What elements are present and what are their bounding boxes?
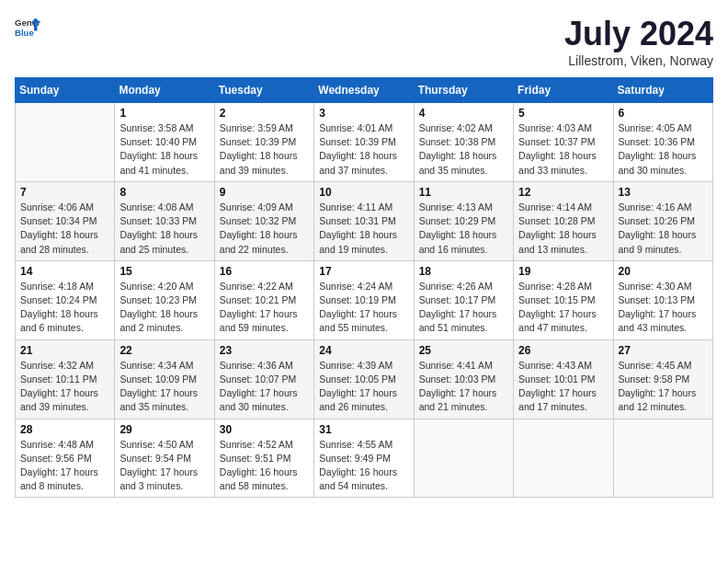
day-number: 12 (518, 186, 608, 199)
day-number: 1 (119, 107, 209, 120)
day-number: 5 (518, 107, 608, 120)
calendar-cell: 14Sunrise: 4:18 AMSunset: 10:24 PMDaylig… (16, 260, 115, 339)
calendar-cell: 15Sunrise: 4:20 AMSunset: 10:23 PMDaylig… (115, 260, 214, 339)
day-number: 20 (619, 265, 708, 278)
day-info: Sunrise: 4:34 AMSunset: 10:09 PMDaylight… (119, 359, 209, 415)
day-number: 26 (518, 344, 608, 357)
location-title: Lillestrom, Viken, Norway (564, 53, 713, 68)
day-number: 8 (119, 186, 209, 199)
day-info: Sunrise: 3:58 AMSunset: 10:40 PMDaylight… (119, 121, 209, 178)
day-info: Sunrise: 4:32 AMSunset: 10:11 PMDaylight… (20, 359, 109, 415)
day-info: Sunrise: 4:16 AMSunset: 10:26 PMDaylight… (619, 201, 708, 257)
day-number: 13 (619, 186, 708, 199)
day-number: 31 (319, 423, 408, 436)
calendar-cell: 21Sunrise: 4:32 AMSunset: 10:11 PMDaylig… (16, 339, 115, 419)
day-number: 29 (119, 423, 209, 436)
weekday-header-sunday: Sunday (16, 78, 115, 103)
calendar-cell: 31Sunrise: 4:55 AMSunset: 9:49 PMDayligh… (314, 419, 414, 498)
day-info: Sunrise: 4:28 AMSunset: 10:15 PMDaylight… (518, 280, 608, 336)
calendar-cell: 9Sunrise: 4:09 AMSunset: 10:32 PMDayligh… (214, 181, 313, 260)
day-info: Sunrise: 4:18 AMSunset: 10:24 PMDaylight… (20, 280, 109, 336)
day-info: Sunrise: 4:13 AMSunset: 10:29 PMDaylight… (419, 201, 508, 257)
calendar-cell: 16Sunrise: 4:22 AMSunset: 10:21 PMDaylig… (214, 260, 313, 339)
calendar-cell: 4Sunrise: 4:02 AMSunset: 10:38 PMDayligh… (414, 103, 513, 182)
day-info: Sunrise: 4:06 AMSunset: 10:34 PMDaylight… (20, 201, 109, 257)
day-number: 14 (20, 265, 109, 278)
calendar-cell: 2Sunrise: 3:59 AMSunset: 10:39 PMDayligh… (214, 103, 313, 182)
day-info: Sunrise: 4:45 AMSunset: 9:58 PMDaylight:… (619, 359, 708, 415)
day-number: 28 (20, 423, 109, 436)
logo: General Blue (15, 15, 40, 40)
day-info: Sunrise: 4:05 AMSunset: 10:36 PMDaylight… (619, 121, 708, 178)
calendar-cell: 19Sunrise: 4:28 AMSunset: 10:15 PMDaylig… (514, 260, 613, 339)
weekday-header-friday: Friday (514, 78, 613, 103)
weekday-header-monday: Monday (115, 78, 214, 103)
calendar-cell: 5Sunrise: 4:03 AMSunset: 10:37 PMDayligh… (514, 103, 613, 182)
day-number: 3 (319, 107, 408, 120)
calendar-cell: 26Sunrise: 4:43 AMSunset: 10:01 PMDaylig… (514, 339, 613, 419)
day-info: Sunrise: 4:48 AMSunset: 9:56 PMDaylight:… (20, 438, 109, 494)
day-info: Sunrise: 4:36 AMSunset: 10:07 PMDaylight… (220, 359, 309, 415)
month-title: July 2024 (564, 15, 713, 53)
day-info: Sunrise: 4:20 AMSunset: 10:23 PMDaylight… (119, 280, 209, 336)
calendar-cell: 25Sunrise: 4:41 AMSunset: 10:03 PMDaylig… (414, 339, 513, 419)
day-info: Sunrise: 4:55 AMSunset: 9:49 PMDaylight:… (319, 438, 408, 494)
day-info: Sunrise: 4:43 AMSunset: 10:01 PMDaylight… (518, 359, 608, 415)
title-area: July 2024 Lillestrom, Viken, Norway (564, 15, 713, 68)
day-info: Sunrise: 4:08 AMSunset: 10:33 PMDaylight… (119, 201, 209, 257)
weekday-header-thursday: Thursday (414, 78, 513, 103)
calendar-cell: 30Sunrise: 4:52 AMSunset: 9:51 PMDayligh… (214, 419, 313, 498)
calendar-cell: 12Sunrise: 4:14 AMSunset: 10:28 PMDaylig… (514, 181, 613, 260)
day-info: Sunrise: 3:59 AMSunset: 10:39 PMDaylight… (220, 121, 309, 178)
calendar-cell (16, 103, 115, 182)
day-info: Sunrise: 4:39 AMSunset: 10:05 PMDaylight… (319, 359, 408, 415)
day-info: Sunrise: 4:09 AMSunset: 10:32 PMDaylight… (220, 201, 309, 257)
day-number: 22 (119, 344, 209, 357)
weekday-header-row: SundayMondayTuesdayWednesdayThursdayFrid… (16, 78, 713, 103)
calendar-week-row: 21Sunrise: 4:32 AMSunset: 10:11 PMDaylig… (16, 339, 713, 419)
calendar-cell: 1Sunrise: 3:58 AMSunset: 10:40 PMDayligh… (115, 103, 214, 182)
day-info: Sunrise: 4:24 AMSunset: 10:19 PMDaylight… (319, 280, 408, 336)
calendar-cell (414, 419, 513, 498)
day-number: 6 (619, 107, 708, 120)
calendar-cell: 10Sunrise: 4:11 AMSunset: 10:31 PMDaylig… (314, 181, 414, 260)
day-number: 30 (220, 423, 309, 436)
calendar-cell: 17Sunrise: 4:24 AMSunset: 10:19 PMDaylig… (314, 260, 414, 339)
day-number: 9 (220, 186, 309, 199)
calendar-cell: 7Sunrise: 4:06 AMSunset: 10:34 PMDayligh… (16, 181, 115, 260)
day-info: Sunrise: 4:01 AMSunset: 10:39 PMDaylight… (319, 121, 408, 178)
day-number: 18 (419, 265, 508, 278)
day-number: 4 (419, 107, 508, 120)
day-number: 25 (419, 344, 508, 357)
calendar-cell: 28Sunrise: 4:48 AMSunset: 9:56 PMDayligh… (16, 419, 115, 498)
day-number: 17 (319, 265, 408, 278)
day-info: Sunrise: 4:02 AMSunset: 10:38 PMDaylight… (419, 121, 508, 178)
day-number: 7 (20, 186, 109, 199)
day-info: Sunrise: 4:22 AMSunset: 10:21 PMDaylight… (220, 280, 309, 336)
calendar-cell: 24Sunrise: 4:39 AMSunset: 10:05 PMDaylig… (314, 339, 414, 419)
svg-text:Blue: Blue (15, 28, 34, 38)
calendar-cell: 11Sunrise: 4:13 AMSunset: 10:29 PMDaylig… (414, 181, 513, 260)
calendar-cell (613, 419, 712, 498)
weekday-header-tuesday: Tuesday (214, 78, 313, 103)
calendar-week-row: 1Sunrise: 3:58 AMSunset: 10:40 PMDayligh… (16, 103, 713, 182)
day-info: Sunrise: 4:50 AMSunset: 9:54 PMDaylight:… (119, 438, 209, 494)
calendar-table: SundayMondayTuesdayWednesdayThursdayFrid… (15, 77, 713, 498)
day-number: 19 (518, 265, 608, 278)
calendar-cell: 23Sunrise: 4:36 AMSunset: 10:07 PMDaylig… (214, 339, 313, 419)
day-number: 2 (220, 107, 309, 120)
weekday-header-saturday: Saturday (613, 78, 712, 103)
calendar-cell: 29Sunrise: 4:50 AMSunset: 9:54 PMDayligh… (115, 419, 214, 498)
day-info: Sunrise: 4:26 AMSunset: 10:17 PMDaylight… (419, 280, 508, 336)
calendar-cell: 13Sunrise: 4:16 AMSunset: 10:26 PMDaylig… (613, 181, 712, 260)
calendar-week-row: 28Sunrise: 4:48 AMSunset: 9:56 PMDayligh… (16, 419, 713, 498)
header: General Blue July 2024 Lillestrom, Viken… (15, 15, 713, 68)
weekday-header-wednesday: Wednesday (314, 78, 414, 103)
calendar-cell (514, 419, 613, 498)
day-number: 27 (619, 344, 708, 357)
day-number: 15 (119, 265, 209, 278)
day-info: Sunrise: 4:41 AMSunset: 10:03 PMDaylight… (419, 359, 508, 415)
calendar-cell: 3Sunrise: 4:01 AMSunset: 10:39 PMDayligh… (314, 103, 414, 182)
calendar-cell: 6Sunrise: 4:05 AMSunset: 10:36 PMDayligh… (613, 103, 712, 182)
calendar-cell: 22Sunrise: 4:34 AMSunset: 10:09 PMDaylig… (115, 339, 214, 419)
